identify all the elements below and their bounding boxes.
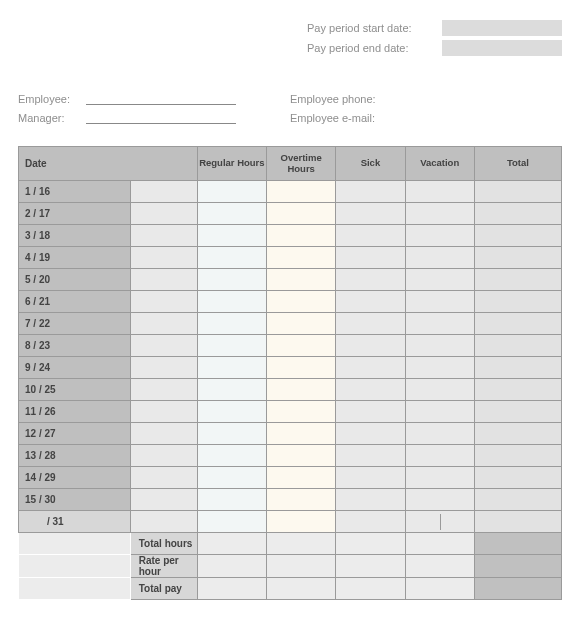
cell-overtime[interactable] (267, 247, 336, 269)
employee-field[interactable] (86, 90, 236, 105)
cell-sick[interactable] (336, 225, 405, 247)
manager-field[interactable] (86, 109, 236, 124)
summary-regular[interactable] (197, 533, 266, 555)
phone-field[interactable] (398, 91, 548, 105)
email-field[interactable] (398, 110, 548, 124)
cell-regular[interactable] (197, 225, 266, 247)
cell-vacation[interactable] (405, 489, 474, 511)
cell-regular[interactable] (197, 203, 266, 225)
cell-sick[interactable] (336, 423, 405, 445)
summary-vacation[interactable] (405, 533, 474, 555)
cell-regular[interactable] (197, 357, 266, 379)
cell-blank[interactable] (130, 313, 197, 335)
cell-sick[interactable] (336, 291, 405, 313)
cell-overtime[interactable] (267, 313, 336, 335)
summary-regular[interactable] (197, 578, 266, 600)
cell-blank[interactable] (130, 401, 197, 423)
cell-vacation[interactable] (405, 269, 474, 291)
cell-overtime[interactable] (267, 203, 336, 225)
cell-blank[interactable] (130, 335, 197, 357)
cell-regular[interactable] (197, 247, 266, 269)
cell-regular[interactable] (197, 467, 266, 489)
cell-sick[interactable] (336, 335, 405, 357)
cell-blank[interactable] (130, 225, 197, 247)
cell-vacation[interactable] (405, 203, 474, 225)
cell-regular[interactable] (197, 489, 266, 511)
cell-vacation[interactable] (405, 445, 474, 467)
cell-blank[interactable] (130, 445, 197, 467)
cell-sick[interactable] (336, 181, 405, 203)
cell-overtime[interactable] (267, 445, 336, 467)
cell-blank[interactable] (130, 423, 197, 445)
summary-sick[interactable] (336, 533, 405, 555)
cell-vacation[interactable] (405, 225, 474, 247)
summary-overtime[interactable] (267, 578, 336, 600)
cell-regular[interactable] (197, 511, 266, 533)
cell-overtime[interactable] (267, 335, 336, 357)
cell-vacation[interactable] (405, 357, 474, 379)
cell-blank[interactable] (130, 379, 197, 401)
cell-sick[interactable] (336, 269, 405, 291)
cell-vacation[interactable] (405, 379, 474, 401)
cell-overtime[interactable] (267, 489, 336, 511)
cell-blank[interactable] (130, 291, 197, 313)
cell-regular[interactable] (197, 313, 266, 335)
cell-regular[interactable] (197, 379, 266, 401)
cell-overtime[interactable] (267, 379, 336, 401)
cell-sick[interactable] (336, 445, 405, 467)
cell-total (474, 203, 561, 225)
cell-total (474, 291, 561, 313)
cell-sick[interactable] (336, 489, 405, 511)
cell-overtime[interactable] (267, 467, 336, 489)
cell-overtime[interactable] (267, 291, 336, 313)
cell-overtime[interactable] (267, 401, 336, 423)
pay-start-field[interactable] (442, 20, 562, 36)
cell-sick[interactable] (336, 379, 405, 401)
cell-regular[interactable] (197, 445, 266, 467)
cell-blank[interactable] (130, 489, 197, 511)
cell-regular[interactable] (197, 269, 266, 291)
cell-sick[interactable] (336, 467, 405, 489)
cell-regular[interactable] (197, 423, 266, 445)
cell-overtime[interactable] (267, 269, 336, 291)
cell-vacation[interactable] (405, 423, 474, 445)
cell-regular[interactable] (197, 181, 266, 203)
summary-sick[interactable] (336, 578, 405, 600)
cell-blank[interactable] (130, 269, 197, 291)
cell-sick[interactable] (336, 511, 405, 533)
cell-blank[interactable] (130, 203, 197, 225)
cell-overtime[interactable] (267, 511, 336, 533)
cell-sick[interactable] (336, 357, 405, 379)
cell-blank[interactable] (130, 357, 197, 379)
cell-sick[interactable] (336, 247, 405, 269)
cell-regular[interactable] (197, 401, 266, 423)
cell-vacation[interactable] (405, 401, 474, 423)
cell-overtime[interactable] (267, 225, 336, 247)
cell-vacation[interactable] (405, 467, 474, 489)
cell-overtime[interactable] (267, 181, 336, 203)
cell-vacation[interactable] (405, 511, 474, 533)
cell-vacation[interactable] (405, 313, 474, 335)
cell-vacation[interactable] (405, 247, 474, 269)
cell-vacation[interactable] (405, 335, 474, 357)
summary-overtime[interactable] (267, 555, 336, 578)
pay-end-field[interactable] (442, 40, 562, 56)
cell-blank[interactable] (130, 181, 197, 203)
summary-vacation[interactable] (405, 578, 474, 600)
cell-sick[interactable] (336, 401, 405, 423)
cell-regular[interactable] (197, 335, 266, 357)
cell-vacation[interactable] (405, 181, 474, 203)
cell-regular[interactable] (197, 291, 266, 313)
summary-vacation[interactable] (405, 555, 474, 578)
cell-sick[interactable] (336, 203, 405, 225)
cell-vacation[interactable] (405, 291, 474, 313)
summary-overtime[interactable] (267, 533, 336, 555)
summary-sick[interactable] (336, 555, 405, 578)
cell-blank[interactable] (130, 467, 197, 489)
cell-blank[interactable] (130, 511, 197, 533)
cell-blank[interactable] (130, 247, 197, 269)
summary-regular[interactable] (197, 555, 266, 578)
cell-overtime[interactable] (267, 423, 336, 445)
cell-sick[interactable] (336, 313, 405, 335)
cell-overtime[interactable] (267, 357, 336, 379)
